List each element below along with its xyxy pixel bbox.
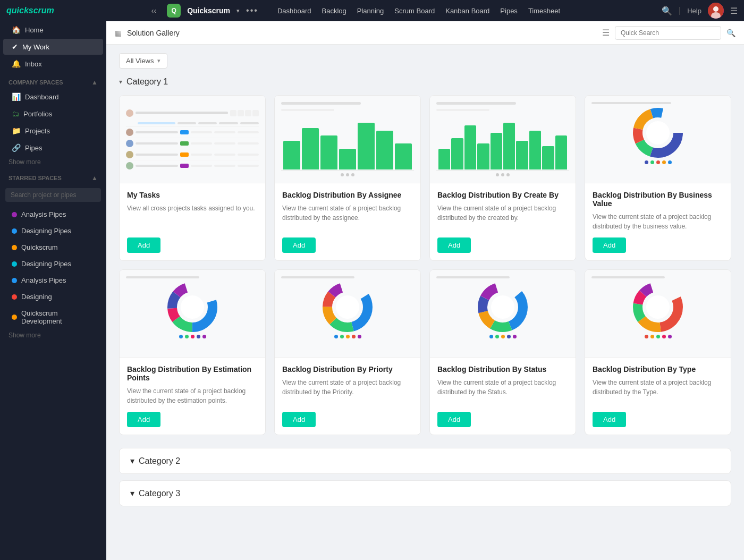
backlog-type-title: Backlog Distribution By Type <box>593 365 723 374</box>
designing-dot <box>12 294 17 300</box>
backlog-business-title: Backlog Distribution By Business Value <box>593 191 723 208</box>
category-1-header[interactable]: ▾ Category 1 <box>119 77 731 87</box>
sidebar-item-quickscrum[interactable]: Quickscrum <box>3 240 103 255</box>
backlog-assignee-preview <box>275 96 420 183</box>
sidebar-label-mywork: My Work <box>22 43 49 51</box>
sidebar-label-designing-pipes1: Designing Pipes <box>21 227 71 235</box>
sidebar-label-quickscrum: Quickscrum <box>21 243 58 251</box>
nav-planning[interactable]: Planning <box>353 5 388 17</box>
backlog-createby-desc: View the current state of a project back… <box>437 203 568 231</box>
starred-spaces-label: Starred Spaces ▲ <box>0 168 106 184</box>
svg-point-26 <box>491 295 514 319</box>
sidebar-item-home[interactable]: 🏠 Home <box>3 22 103 38</box>
my-tasks-desc: View all cross projects tasks assigned t… <box>127 203 258 231</box>
nav-dashboard[interactable]: Dashboard <box>273 5 316 17</box>
sidebar-item-designing-pipes2[interactable]: Designing Pipes <box>3 256 103 271</box>
starred-collapse-icon[interactable]: ▲ <box>91 174 98 182</box>
sidebar-item-mywork[interactable]: ✔ My Work <box>3 39 103 55</box>
category-2-section[interactable]: ▾ Category 2 <box>119 448 731 474</box>
donut-status-chart <box>474 281 532 334</box>
help-link[interactable]: Help <box>687 7 701 15</box>
nav-kanban-board[interactable]: Kanban Board <box>441 5 494 17</box>
backlog-status-add-btn[interactable]: Add <box>437 412 471 427</box>
workspace-icon: Q <box>167 4 181 18</box>
search-project-input[interactable] <box>5 188 101 202</box>
donut-business-chart <box>629 106 687 159</box>
category-3-section[interactable]: ▾ Category 3 <box>119 480 731 506</box>
app-body: 🏠 Home ✔ My Work 🔔 Inbox Company Spaces … <box>0 21 744 560</box>
backlog-type-add-btn[interactable]: Add <box>593 412 626 427</box>
quick-search-input[interactable] <box>615 26 721 40</box>
nav-toggle[interactable]: ‹‹ <box>151 6 156 15</box>
my-tasks-title: My Tasks <box>127 191 258 199</box>
quick-search-icon[interactable]: 🔍 <box>726 29 735 37</box>
backlog-status-body: Backlog Distribution By Status View the … <box>430 358 576 435</box>
all-views-dropdown[interactable]: All Views ▾ <box>119 53 167 69</box>
user-avatar[interactable] <box>708 3 724 19</box>
sidebar-item-dashboard[interactable]: 📊 Dashboard <box>3 89 103 105</box>
sidebar-label-portfolios: Portfolios <box>23 110 52 118</box>
sidebar-item-designing[interactable]: Designing <box>3 289 103 304</box>
backlog-estimation-preview <box>120 270 265 358</box>
svg-point-20 <box>336 295 359 319</box>
pipes-icon: 🔗 <box>12 143 21 152</box>
backlog-business-body: Backlog Distribution By Business Value V… <box>585 183 731 260</box>
top-nav: quickscrum ‹‹ Q Quickscrum ▾ ••• Dashboa… <box>0 0 744 21</box>
workspace-options[interactable]: ••• <box>246 6 258 15</box>
card-backlog-priority: Backlog Distribution By Priorty View the… <box>274 269 421 435</box>
backlog-priority-preview <box>275 270 420 358</box>
sidebar-label-designing-pipes2: Designing Pipes <box>21 260 71 268</box>
workspace-chevron[interactable]: ▾ <box>236 7 240 14</box>
logo: quickscrum <box>6 6 54 15</box>
projects-icon: 📁 <box>12 126 21 135</box>
sidebar-label-inbox: Inbox <box>25 60 42 68</box>
backlog-business-add-btn[interactable]: Add <box>593 237 626 253</box>
my-tasks-add-btn[interactable]: Add <box>127 237 160 253</box>
backlog-status-desc: View the current state of a project back… <box>437 378 568 405</box>
sidebar-item-portfolios[interactable]: 🗂 Portfolios <box>3 106 103 122</box>
backlog-createby-add-btn[interactable]: Add <box>437 237 471 253</box>
category-3-chevron: ▾ <box>130 488 134 498</box>
nav-pipes[interactable]: Pipes <box>496 5 522 17</box>
page-title: Solution Gallery <box>127 29 180 37</box>
filter-chevron: ▾ <box>157 57 160 64</box>
sidebar-item-projects[interactable]: 📁 Projects <box>3 123 103 139</box>
donut-priority-chart <box>318 281 377 334</box>
svg-point-1 <box>713 6 718 12</box>
sidebar-item-designing-pipes1[interactable]: Designing Pipes <box>3 223 103 239</box>
backlog-assignee-add-btn[interactable]: Add <box>282 237 316 253</box>
sidebar-item-analysis-pipes2[interactable]: Analysis Pipes <box>3 273 103 288</box>
hamburger-icon[interactable]: ☰ <box>730 6 738 16</box>
backlog-priority-add-btn[interactable]: Add <box>282 412 316 427</box>
mywork-icon: ✔ <box>12 43 18 51</box>
sidebar-item-pipes[interactable]: 🔗 Pipes <box>3 140 103 156</box>
sidebar-item-analysis-pipes1[interactable]: Analysis Pipes <box>3 207 103 222</box>
backlog-estimation-add-btn[interactable]: Add <box>127 412 160 427</box>
gallery-content: All Views ▾ ▾ Category 1 <box>106 45 744 560</box>
my-tasks-body: My Tasks View all cross projects tasks a… <box>120 183 265 260</box>
sidebar-item-quickscrum-dev[interactable]: Quickscrum Development <box>3 306 103 329</box>
nav-timesheet[interactable]: Timesheet <box>524 5 564 17</box>
sidebar-label-designing: Designing <box>21 293 52 301</box>
nav-scrum-board[interactable]: Scrum Board <box>390 5 439 17</box>
category-1-cards: My Tasks View all cross projects tasks a… <box>119 95 731 435</box>
show-more-starred[interactable]: Show more <box>0 329 106 341</box>
category-1-section: ▾ Category 1 <box>119 77 731 435</box>
sidebar-item-inbox[interactable]: 🔔 Inbox <box>3 56 103 72</box>
backlog-business-desc: View the current state of a project back… <box>593 212 723 231</box>
backlog-business-preview <box>585 96 731 183</box>
nav-backlog[interactable]: Backlog <box>317 5 350 17</box>
sidebar-label-home: Home <box>25 26 44 34</box>
card-backlog-assignee: Backlog Distribution By Assignee View th… <box>274 95 421 261</box>
card-my-tasks: My Tasks View all cross projects tasks a… <box>119 95 266 261</box>
backlog-type-preview <box>585 270 731 358</box>
search-icon[interactable]: 🔍 <box>662 6 672 16</box>
sidebar: 🏠 Home ✔ My Work 🔔 Inbox Company Spaces … <box>0 21 106 560</box>
main-content: ▦ Solution Gallery ☰ 🔍 All Views ▾ <box>106 21 744 560</box>
backlog-status-preview <box>430 270 576 358</box>
sub-header-menu-icon[interactable]: ☰ <box>602 28 610 38</box>
sub-header: ▦ Solution Gallery ☰ 🔍 <box>106 21 744 45</box>
company-collapse-icon[interactable]: ▲ <box>91 79 98 86</box>
show-more-company[interactable]: Show more <box>0 156 106 168</box>
sidebar-label-pipes: Pipes <box>25 144 43 152</box>
